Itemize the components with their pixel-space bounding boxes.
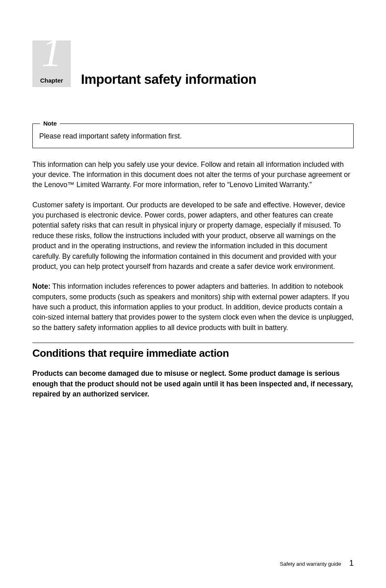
note-box-content: Please read important safety information… [39, 131, 347, 141]
chapter-number: 1 [42, 32, 62, 73]
note-box: Note Please read important safety inform… [32, 124, 354, 148]
body-paragraph-3-text: This information includes references to … [32, 282, 354, 332]
chapter-header: 1 Chapter Important safety information [32, 40, 354, 87]
body-paragraph-1: This information can help you safely use… [32, 160, 354, 190]
note-box-label: Note [40, 120, 60, 127]
chapter-label: Chapter [40, 77, 63, 84]
section-heading: Conditions that require immediate action [32, 343, 354, 360]
page-footer: Safety and warranty guide 1 [280, 558, 354, 568]
body-paragraph-2: Customer safety is important. Our produc… [32, 200, 354, 272]
note-prefix: Note: [32, 282, 51, 290]
footer-text: Safety and warranty guide [280, 561, 341, 567]
body-paragraph-3: Note: This information includes referenc… [32, 281, 354, 333]
chapter-number-box: 1 Chapter [32, 40, 71, 87]
footer-page-number: 1 [349, 558, 354, 568]
section-paragraph-1: Products can become damaged due to misus… [32, 369, 354, 399]
chapter-title: Important safety information [81, 72, 256, 87]
